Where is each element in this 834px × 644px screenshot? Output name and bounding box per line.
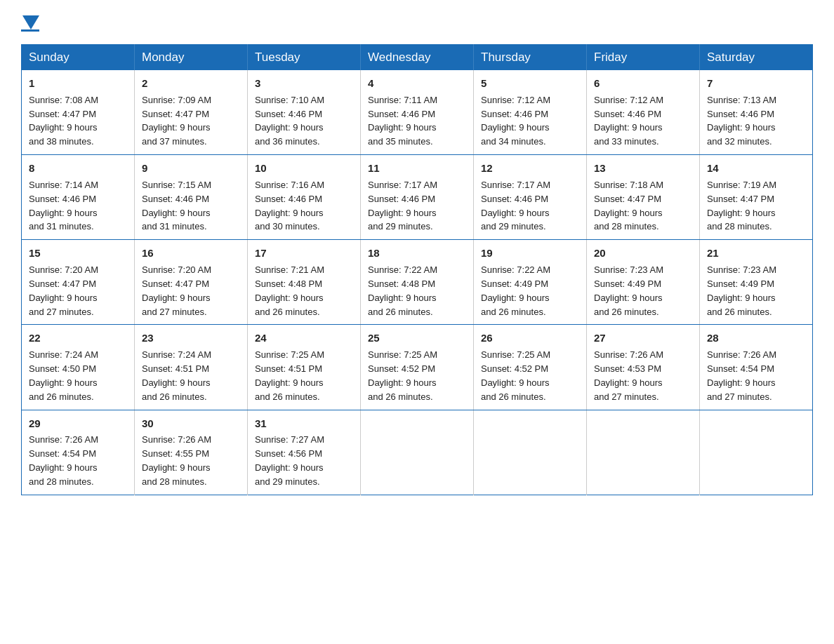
sunrise-info: Sunrise: 7:25 AM xyxy=(255,349,324,360)
daylight-minutes: and 35 minutes. xyxy=(368,136,433,147)
daylight-minutes: and 29 minutes. xyxy=(255,476,320,487)
sunrise-info: Sunrise: 7:18 AM xyxy=(594,180,663,190)
calendar-cell: 14 Sunrise: 7:19 AM Sunset: 4:47 PM Dayl… xyxy=(700,155,813,240)
sunset-info: Sunset: 4:55 PM xyxy=(142,448,209,459)
sunset-info: Sunset: 4:50 PM xyxy=(29,363,96,374)
sunset-info: Sunset: 4:46 PM xyxy=(255,194,322,204)
day-number: 16 xyxy=(142,246,240,261)
calendar-cell: 3 Sunrise: 7:10 AM Sunset: 4:46 PM Dayli… xyxy=(248,70,361,155)
calendar-week-row: 1 Sunrise: 7:08 AM Sunset: 4:47 PM Dayli… xyxy=(22,70,813,155)
sunrise-info: Sunrise: 7:26 AM xyxy=(142,434,211,445)
day-number: 11 xyxy=(368,161,466,176)
logo-underline xyxy=(21,29,39,32)
calendar-cell: 29 Sunrise: 7:26 AM Sunset: 4:54 PM Dayl… xyxy=(22,410,135,495)
daylight-info: Daylight: 9 hours xyxy=(707,293,776,303)
day-number: 5 xyxy=(481,76,579,91)
calendar-cell: 31 Sunrise: 7:27 AM Sunset: 4:56 PM Dayl… xyxy=(248,410,361,495)
daylight-minutes: and 26 minutes. xyxy=(142,391,207,402)
daylight-info: Daylight: 9 hours xyxy=(481,122,550,133)
sunrise-info: Sunrise: 7:26 AM xyxy=(29,434,98,445)
sunrise-info: Sunrise: 7:15 AM xyxy=(142,180,211,190)
sunrise-info: Sunrise: 7:14 AM xyxy=(29,180,98,190)
sunrise-info: Sunrise: 7:24 AM xyxy=(142,349,211,360)
sunrise-info: Sunrise: 7:19 AM xyxy=(707,180,776,190)
daylight-minutes: and 26 minutes. xyxy=(368,391,433,402)
sunset-info: Sunset: 4:47 PM xyxy=(29,109,96,119)
sunset-info: Sunset: 4:51 PM xyxy=(255,363,322,374)
sunrise-info: Sunrise: 7:22 AM xyxy=(481,264,550,275)
sunrise-info: Sunrise: 7:26 AM xyxy=(594,349,663,360)
sunset-info: Sunset: 4:48 PM xyxy=(368,279,435,289)
daylight-minutes: and 29 minutes. xyxy=(368,221,433,232)
calendar-cell xyxy=(474,410,587,495)
daylight-minutes: and 26 minutes. xyxy=(481,391,546,402)
sunset-info: Sunset: 4:49 PM xyxy=(594,279,661,289)
sunrise-info: Sunrise: 7:09 AM xyxy=(142,95,211,105)
daylight-info: Daylight: 9 hours xyxy=(594,208,663,218)
calendar-header-thursday: Thursday xyxy=(474,45,587,71)
calendar-cell: 6 Sunrise: 7:12 AM Sunset: 4:46 PM Dayli… xyxy=(587,70,700,155)
sunset-info: Sunset: 4:46 PM xyxy=(142,194,209,204)
daylight-minutes: and 26 minutes. xyxy=(481,307,546,317)
calendar-cell: 28 Sunrise: 7:26 AM Sunset: 4:54 PM Dayl… xyxy=(700,325,813,410)
sunrise-info: Sunrise: 7:11 AM xyxy=(368,95,437,105)
daylight-info: Daylight: 9 hours xyxy=(594,377,663,388)
calendar-week-row: 8 Sunrise: 7:14 AM Sunset: 4:46 PM Dayli… xyxy=(22,155,813,240)
day-number: 8 xyxy=(29,161,127,176)
sunset-info: Sunset: 4:46 PM xyxy=(368,109,435,119)
calendar-week-row: 15 Sunrise: 7:20 AM Sunset: 4:47 PM Dayl… xyxy=(22,240,813,325)
calendar-cell: 12 Sunrise: 7:17 AM Sunset: 4:46 PM Dayl… xyxy=(474,155,587,240)
daylight-info: Daylight: 9 hours xyxy=(368,122,437,133)
day-number: 18 xyxy=(368,246,466,261)
daylight-minutes: and 38 minutes. xyxy=(29,136,94,147)
calendar-cell: 27 Sunrise: 7:26 AM Sunset: 4:53 PM Dayl… xyxy=(587,325,700,410)
sunrise-info: Sunrise: 7:23 AM xyxy=(594,264,663,275)
daylight-info: Daylight: 9 hours xyxy=(142,377,211,388)
sunrise-info: Sunrise: 7:22 AM xyxy=(368,264,437,275)
calendar-cell xyxy=(700,410,813,495)
daylight-minutes: and 27 minutes. xyxy=(594,391,659,402)
daylight-info: Daylight: 9 hours xyxy=(368,293,437,303)
daylight-minutes: and 28 minutes. xyxy=(29,476,94,487)
sunset-info: Sunset: 4:46 PM xyxy=(368,194,435,204)
daylight-minutes: and 26 minutes. xyxy=(594,307,659,317)
daylight-info: Daylight: 9 hours xyxy=(255,462,324,473)
sunset-info: Sunset: 4:47 PM xyxy=(29,279,96,289)
sunrise-info: Sunrise: 7:21 AM xyxy=(255,264,324,275)
sunset-info: Sunset: 4:49 PM xyxy=(707,279,774,289)
daylight-minutes: and 36 minutes. xyxy=(255,136,320,147)
calendar-cell: 23 Sunrise: 7:24 AM Sunset: 4:51 PM Dayl… xyxy=(135,325,248,410)
day-number: 23 xyxy=(142,330,240,346)
daylight-info: Daylight: 9 hours xyxy=(29,208,98,218)
calendar-cell: 5 Sunrise: 7:12 AM Sunset: 4:46 PM Dayli… xyxy=(474,70,587,155)
daylight-minutes: and 27 minutes. xyxy=(707,391,772,402)
daylight-info: Daylight: 9 hours xyxy=(29,377,98,388)
daylight-minutes: and 26 minutes. xyxy=(707,307,772,317)
day-number: 30 xyxy=(142,416,240,431)
day-number: 15 xyxy=(29,246,127,261)
daylight-info: Daylight: 9 hours xyxy=(255,208,324,218)
daylight-info: Daylight: 9 hours xyxy=(142,208,211,218)
calendar-cell: 15 Sunrise: 7:20 AM Sunset: 4:47 PM Dayl… xyxy=(22,240,135,325)
calendar-cell: 4 Sunrise: 7:11 AM Sunset: 4:46 PM Dayli… xyxy=(361,70,474,155)
daylight-minutes: and 31 minutes. xyxy=(142,221,207,232)
calendar-cell: 22 Sunrise: 7:24 AM Sunset: 4:50 PM Dayl… xyxy=(22,325,135,410)
daylight-minutes: and 30 minutes. xyxy=(255,221,320,232)
daylight-minutes: and 26 minutes. xyxy=(255,391,320,402)
daylight-info: Daylight: 9 hours xyxy=(594,122,663,133)
daylight-info: Daylight: 9 hours xyxy=(481,293,550,303)
sunset-info: Sunset: 4:47 PM xyxy=(707,194,774,204)
calendar-cell: 26 Sunrise: 7:25 AM Sunset: 4:52 PM Dayl… xyxy=(474,325,587,410)
sunrise-info: Sunrise: 7:08 AM xyxy=(29,95,98,105)
calendar-cell xyxy=(587,410,700,495)
sunrise-info: Sunrise: 7:12 AM xyxy=(481,95,550,105)
day-number: 25 xyxy=(368,330,466,346)
sunset-info: Sunset: 4:51 PM xyxy=(142,363,209,374)
sunset-info: Sunset: 4:54 PM xyxy=(707,363,774,374)
logo-triangle-icon xyxy=(22,15,39,29)
sunset-info: Sunset: 4:52 PM xyxy=(481,363,548,374)
sunset-info: Sunset: 4:56 PM xyxy=(255,448,322,459)
sunrise-info: Sunrise: 7:26 AM xyxy=(707,349,776,360)
sunset-info: Sunset: 4:52 PM xyxy=(368,363,435,374)
header xyxy=(21,14,813,32)
